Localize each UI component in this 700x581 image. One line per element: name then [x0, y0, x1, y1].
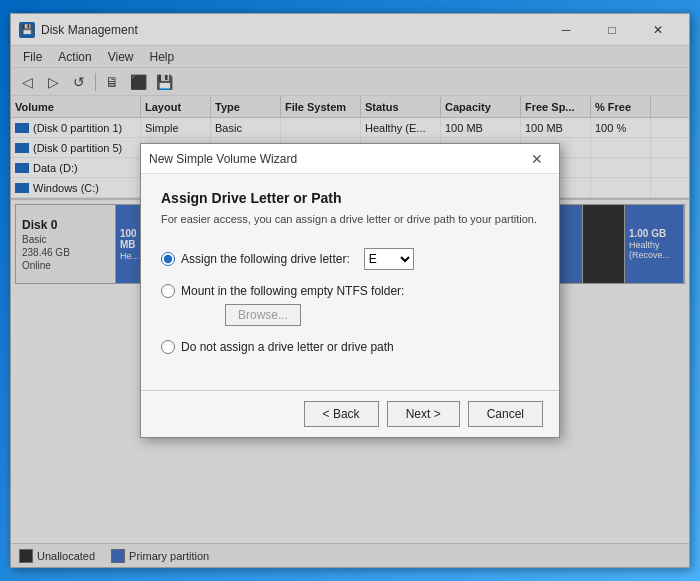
option-1-label[interactable]: Assign the following drive letter:	[181, 252, 350, 266]
dialog-overlay: New Simple Volume Wizard ✕ Assign Drive …	[11, 14, 689, 567]
option-1-radio[interactable]	[161, 252, 175, 266]
dialog-window: New Simple Volume Wizard ✕ Assign Drive …	[140, 143, 560, 437]
radio-group: Assign the following drive letter: E F G…	[161, 248, 539, 354]
drive-letter-select[interactable]: E F G	[364, 248, 414, 270]
dialog-title: New Simple Volume Wizard	[149, 152, 523, 166]
dialog-footer: < Back Next > Cancel	[141, 390, 559, 437]
cancel-button[interactable]: Cancel	[468, 401, 543, 427]
option-2-radio[interactable]	[161, 284, 175, 298]
next-button[interactable]: Next >	[387, 401, 460, 427]
option-1-row: Assign the following drive letter: E F G	[161, 248, 539, 270]
dialog-subtitle: For easier access, you can assign a driv…	[161, 212, 539, 227]
dialog-titlebar: New Simple Volume Wizard ✕	[141, 144, 559, 174]
dialog-heading: Assign Drive Letter or Path	[161, 190, 539, 206]
option-2-label[interactable]: Mount in the following empty NTFS folder…	[181, 284, 404, 298]
dialog-body: Assign Drive Letter or Path For easier a…	[141, 174, 559, 389]
option-3-label[interactable]: Do not assign a drive letter or drive pa…	[181, 340, 394, 354]
back-button[interactable]: < Back	[304, 401, 379, 427]
dialog-close-button[interactable]: ✕	[523, 145, 551, 173]
browse-button[interactable]: Browse...	[225, 304, 301, 326]
option-3-radio[interactable]	[161, 340, 175, 354]
option-2-row: Mount in the following empty NTFS folder…	[161, 284, 539, 326]
option-3-row: Do not assign a drive letter or drive pa…	[161, 340, 539, 354]
main-window: 💾 Disk Management ─ □ ✕ File Action View…	[10, 13, 690, 568]
